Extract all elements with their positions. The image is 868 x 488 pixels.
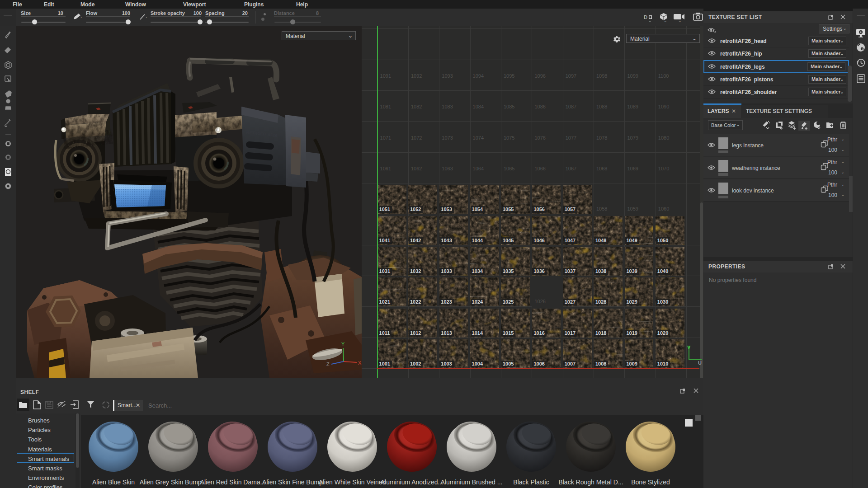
- svg-text:Z: Z: [326, 361, 330, 367]
- svg-text:Y: Y: [341, 341, 345, 347]
- svg-text:V: V: [687, 345, 691, 350]
- svg-text:U: U: [698, 360, 702, 365]
- svg-text:D: D: [644, 14, 647, 20]
- svg-text:X: X: [358, 360, 362, 366]
